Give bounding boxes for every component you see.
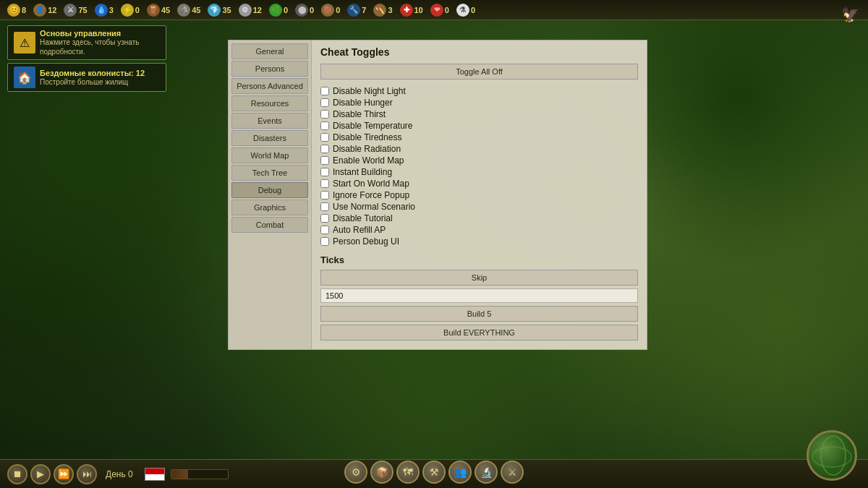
- nav-disasters[interactable]: Disasters: [231, 130, 308, 146]
- skip-forward-button[interactable]: ⏭: [77, 464, 97, 484]
- checkbox-auto-refill-ap[interactable]: [320, 226, 329, 234]
- hud-science[interactable]: ⚗ 0: [454, 4, 478, 17]
- ticks-input[interactable]: [320, 288, 638, 303]
- toggle-person-debug-ui: Person Debug UI: [320, 236, 638, 247]
- notification-2-text: Постройте больше жилищ: [40, 77, 145, 87]
- hud-wood[interactable]: 🪵 45: [144, 4, 173, 17]
- hud-weapon[interactable]: ⚔ 75: [61, 4, 90, 17]
- checkbox-instant-building[interactable]: [320, 168, 329, 176]
- map-button[interactable]: 🗺: [396, 461, 420, 484]
- label-ignore-force-popup: Ignore Force Popup: [333, 190, 409, 200]
- metal-icon: ⚙: [239, 4, 252, 17]
- notification-2[interactable]: 🏠 Бездомные колонисты: 12 Постройте боль…: [7, 63, 166, 92]
- combat-button[interactable]: ⚔: [501, 461, 524, 484]
- cheat-panel: General Persons Persons Advanced Resourc…: [228, 40, 647, 350]
- hud-hearts[interactable]: ❤ 0: [427, 4, 452, 17]
- hud-resource2[interactable]: ⬤ 0: [292, 4, 317, 17]
- cheat-nav: General Persons Persons Advanced Resourc…: [229, 40, 312, 349]
- hud-population[interactable]: 👤 12: [30, 4, 59, 17]
- hud-metal[interactable]: ⚙ 12: [236, 4, 265, 17]
- stop-button[interactable]: ⏹: [7, 464, 27, 484]
- toggle-ignore-force-popup: Ignore Force Popup: [320, 189, 638, 201]
- hud-health[interactable]: ✚ 10: [397, 4, 426, 17]
- nav-events[interactable]: Events: [231, 113, 308, 129]
- toggle-enable-world-map: Enable World Map: [320, 155, 638, 166]
- hud-axe[interactable]: 🪓 3: [370, 4, 395, 17]
- health-value: 10: [414, 6, 423, 14]
- checkbox-enable-world-map[interactable]: [320, 156, 329, 165]
- play-button[interactable]: ▶: [30, 464, 51, 484]
- colonists-button[interactable]: 👥: [448, 461, 472, 484]
- nav-graphics[interactable]: Graphics: [231, 200, 308, 215]
- hud-resource1[interactable]: 🌿 0: [266, 4, 291, 17]
- nav-persons[interactable]: Persons: [231, 61, 308, 77]
- checkbox-disable-radiation[interactable]: [320, 145, 329, 153]
- notification-2-content: Бездомные колонисты: 12 Постройте больше…: [40, 69, 145, 87]
- checkbox-disable-thirst[interactable]: [320, 110, 329, 119]
- checkbox-disable-hunger[interactable]: [320, 98, 329, 107]
- hud-stone[interactable]: 🪨 45: [174, 4, 203, 17]
- weapon-icon: ⚔: [64, 4, 77, 17]
- nav-persons-advanced[interactable]: Persons Advanced: [231, 78, 308, 94]
- nav-general[interactable]: General: [231, 43, 308, 59]
- axe-icon: 🪓: [373, 4, 386, 17]
- toggle-disable-tutorial: Disable Tutorial: [320, 213, 638, 224]
- hud-resource3[interactable]: 🟤 0: [318, 4, 343, 17]
- checkbox-disable-night-light[interactable]: [320, 87, 329, 95]
- label-disable-thirst: Disable Thirst: [333, 109, 386, 119]
- nav-combat[interactable]: Combat: [231, 217, 308, 233]
- happiness-value: 8: [22, 6, 26, 14]
- stone-icon: 🪨: [177, 4, 190, 17]
- toggle-disable-tiredness: Disable Tiredness: [320, 132, 638, 143]
- skip-button[interactable]: Skip: [320, 270, 638, 286]
- label-person-debug-ui: Person Debug UI: [333, 236, 399, 247]
- build-button[interactable]: ⚒: [422, 461, 446, 484]
- wood-value: 45: [161, 6, 170, 14]
- label-disable-tiredness: Disable Tiredness: [333, 132, 401, 142]
- flag-icon: [145, 468, 165, 481]
- checkbox-disable-temperature[interactable]: [320, 121, 329, 130]
- toggle-all-button[interactable]: Toggle All Off: [320, 64, 638, 80]
- health-icon: ✚: [400, 4, 413, 17]
- checkbox-disable-tutorial[interactable]: [320, 214, 329, 223]
- hud-crystal[interactable]: 💎 35: [205, 4, 234, 17]
- checkbox-person-debug-ui[interactable]: [320, 237, 329, 246]
- fast-forward-button[interactable]: ⏩: [54, 464, 74, 484]
- notification-1-text: Нажмите здесь, чтобы узнать подробности.: [40, 38, 160, 56]
- bottom-hud: ⏹ ▶ ⏩ ⏭ День 0 ⚙ 📦 🗺 ⚒ 👥 🔬 ⚔: [0, 459, 868, 488]
- water-icon: 💧: [95, 4, 108, 17]
- inventory-button[interactable]: ⚙: [344, 461, 367, 484]
- build-everything-button[interactable]: Build EVERYTHING: [320, 325, 638, 341]
- resource2-icon: ⬤: [295, 4, 308, 17]
- checkbox-ignore-force-popup[interactable]: [320, 191, 329, 200]
- toggle-disable-hunger: Disable Hunger: [320, 97, 638, 108]
- hud-water[interactable]: 💧 3: [92, 4, 116, 17]
- nav-debug[interactable]: Debug: [231, 182, 308, 198]
- nav-tech-tree[interactable]: Tech Tree: [231, 165, 308, 181]
- resource3-icon: 🟤: [321, 4, 334, 17]
- label-disable-temperature: Disable Temperature: [333, 121, 413, 131]
- label-disable-tutorial: Disable Tutorial: [333, 213, 393, 223]
- research-button[interactable]: 🔬: [475, 461, 498, 484]
- notification-1[interactable]: ⚠ Основы управления Нажмите здесь, чтобы…: [7, 25, 166, 60]
- hud-energy[interactable]: ⚡ 0: [118, 4, 142, 17]
- menu-icon[interactable]: 🦅: [839, 4, 861, 25]
- hearts-icon: ❤: [430, 4, 443, 17]
- nav-world-map[interactable]: World Map: [231, 147, 308, 163]
- stockpile-button[interactable]: 📦: [370, 461, 393, 484]
- stone-value: 45: [192, 6, 200, 14]
- nav-resources[interactable]: Resources: [231, 95, 308, 111]
- checkbox-use-normal-scenario[interactable]: [320, 202, 329, 211]
- hud-tools[interactable]: 🔧 7: [344, 4, 369, 17]
- hud-happiness[interactable]: 😊 8: [4, 4, 29, 17]
- checkbox-disable-tiredness[interactable]: [320, 133, 329, 142]
- label-enable-world-map: Enable World Map: [333, 155, 404, 166]
- tools-icon: 🔧: [347, 4, 360, 17]
- build-5-button[interactable]: Build 5: [320, 306, 638, 322]
- checkbox-start-on-world-map[interactable]: [320, 179, 329, 188]
- resource2-value: 0: [310, 6, 314, 14]
- world-map-globe[interactable]: [807, 430, 857, 481]
- toggle-disable-temperature: Disable Temperature: [320, 120, 638, 132]
- toggle-use-normal-scenario: Use Normal Scenario: [320, 201, 638, 213]
- toggle-auto-refill-ap: Auto Refill AP: [320, 224, 638, 236]
